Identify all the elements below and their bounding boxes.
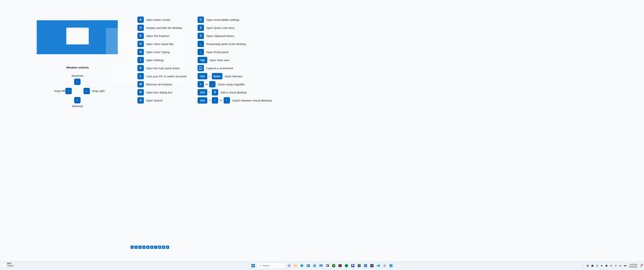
key-x: X	[198, 25, 204, 31]
app-outlook[interactable]	[306, 263, 311, 268]
shortcut-description: Minimize all windows	[146, 83, 172, 86]
app-pandora[interactable]	[350, 263, 356, 268]
notifications-icon[interactable]	[640, 264, 642, 267]
tray-app-1-icon[interactable]	[586, 264, 589, 267]
svg-rect-29	[389, 264, 392, 267]
page-0[interactable]: 0	[166, 246, 169, 249]
shortcut-description: Open clipboard history	[206, 34, 234, 38]
app-settings[interactable]	[325, 263, 330, 268]
key-enter: Enter	[212, 73, 222, 79]
page-2[interactable]: 2	[134, 246, 138, 249]
window-controls-heading: Window controls	[37, 66, 118, 69]
tray-app-2-icon[interactable]	[591, 264, 594, 267]
weather-widget[interactable]: 55°F Cloudy	[2, 262, 14, 267]
svg-text:EN: EN	[610, 265, 612, 266]
date-text: 4/3/2024	[629, 266, 637, 268]
page-4[interactable]: 4	[142, 246, 146, 249]
key-r: R	[138, 89, 144, 95]
shortcut-row: AOpen Action Center	[138, 17, 187, 23]
page-3[interactable]: 3	[138, 246, 142, 249]
svg-rect-30	[587, 265, 588, 267]
svg-point-28	[384, 265, 386, 266]
shortcut-row: +or-Zoom using magnifier	[198, 81, 272, 87]
app-generic-2[interactable]: vs	[363, 263, 368, 268]
page-8[interactable]: 8	[158, 246, 161, 249]
svg-rect-38	[626, 265, 626, 266]
page-1[interactable]: 1	[130, 246, 134, 249]
app-generic-4[interactable]	[382, 263, 387, 268]
page-9[interactable]: 9	[162, 246, 165, 249]
shortcut-row: Ctrl+DAdd a virtual desktop	[198, 89, 272, 95]
page-5[interactable]: 5	[146, 246, 150, 249]
app-terminal[interactable]	[338, 263, 343, 268]
tray-overflow-chevron-icon[interactable]	[582, 264, 584, 267]
shortcut-description: Open File Explorer	[146, 34, 170, 38]
tray-app-3-icon[interactable]	[605, 264, 608, 267]
svg-rect-11	[314, 264, 315, 265]
pagination: 1234567890	[130, 246, 169, 249]
system-tray[interactable]: EN 2:40 PM 4/3/2024	[582, 263, 642, 268]
shortcut-column-left: AOpen Action CenterDDisplay and hide the…	[138, 17, 187, 105]
language-icon[interactable]: EN	[610, 264, 612, 267]
battery-icon[interactable]	[624, 264, 626, 267]
svg-point-26	[371, 265, 373, 266]
start-button[interactable]	[250, 263, 256, 268]
onedrive-icon[interactable]	[600, 264, 603, 267]
app-generic-3[interactable]	[369, 263, 374, 268]
svg-rect-13	[314, 265, 315, 266]
page-6[interactable]: 6	[150, 246, 153, 249]
key-v: V	[198, 33, 204, 39]
app-copilot[interactable]	[286, 263, 292, 268]
app-store[interactable]	[312, 263, 317, 268]
shortcut-row: ROpen Run dialog box	[138, 89, 187, 95]
svg-rect-12	[314, 265, 314, 266]
shortcut-row: VOpen clipboard history	[198, 33, 272, 39]
key-separator: +	[209, 75, 210, 78]
preview-explorer-window	[66, 28, 89, 45]
arrow-left-key	[212, 97, 218, 104]
clock[interactable]: 2:40 PM 4/3/2024	[629, 263, 637, 268]
key-d: D	[212, 89, 218, 95]
svg-point-32	[596, 265, 598, 267]
app-generic-1[interactable]	[356, 263, 362, 268]
app-generic-5[interactable]	[388, 263, 394, 268]
shortcut-row: MMinimize all windows	[138, 81, 187, 87]
page-7[interactable]: 7	[154, 246, 157, 249]
shortcut-row: EOpen File Explorer	[138, 33, 187, 39]
shortcut-row: TabOpen Task view	[198, 57, 272, 63]
shortcut-column-right: UOpen Accessibility settingsXOpen Quick …	[198, 17, 272, 105]
search-icon	[259, 264, 262, 267]
taskbar-search[interactable]: Search	[257, 263, 286, 268]
snap-left-label: Snap left	[54, 89, 65, 92]
shortcut-row: XOpen Quick Link menu	[198, 25, 272, 31]
weather-cond: Cloudy	[7, 264, 14, 267]
wifi-icon[interactable]	[614, 264, 617, 267]
app-xbox[interactable]	[331, 263, 336, 268]
app-spotify[interactable]	[344, 263, 349, 268]
key-+: +	[198, 81, 204, 87]
app-photos[interactable]	[318, 263, 324, 268]
arrow-left-key	[65, 88, 72, 94]
key-h: H	[138, 49, 144, 55]
key-ctrl: Ctrl	[198, 97, 207, 104]
key-i: I	[138, 57, 144, 63]
shortcut-row: HOpen Voice Typing	[138, 49, 187, 55]
shortcut-row: UOpen Accessibility settings	[198, 17, 272, 23]
volume-icon[interactable]	[619, 264, 622, 267]
cloud-icon	[2, 264, 6, 267]
shortcut-row: DDisplay and hide the desktop	[138, 25, 187, 31]
svg-rect-39	[624, 265, 626, 266]
shortcut-row: ;Open Emoji panel	[198, 49, 272, 55]
svg-rect-31	[592, 265, 593, 267]
app-explorer[interactable]	[293, 263, 298, 268]
app-vscode[interactable]	[376, 263, 381, 268]
shortcut-row: PrtScnCapture a screenshot	[198, 65, 272, 71]
shortcut-description: Open Accessibility settings	[206, 18, 240, 21]
tray-sync-icon[interactable]	[596, 264, 598, 267]
svg-rect-10	[313, 265, 316, 267]
app-edge[interactable]	[299, 263, 304, 268]
key-separator: or	[220, 99, 222, 102]
taskbar[interactable]: 55°F Cloudy Search vs	[0, 261, 644, 270]
arrow-right-key	[84, 88, 90, 94]
shortcut-description: Zoom using magnifier	[218, 83, 245, 86]
